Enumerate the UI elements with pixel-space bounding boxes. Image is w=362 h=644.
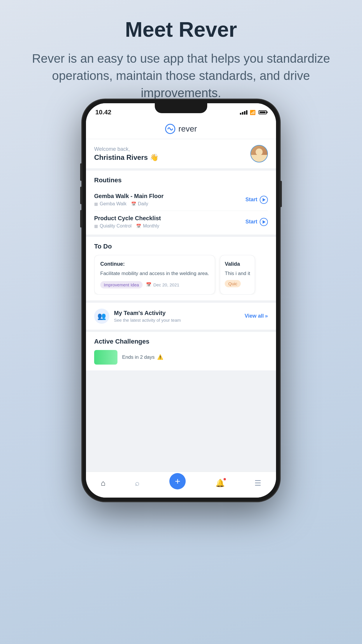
start-circle-2 [260,218,268,226]
rever-logo-text: rever [178,124,197,134]
welcome-greeting: Welcome back, [94,146,159,152]
notification-badge [223,477,226,481]
tag-badge-2: Quic [225,280,241,287]
routine-meta-2: ▦ Quiality Control 📅 Monthly [94,223,161,229]
nav-add[interactable]: + [169,477,186,489]
phone-mockup: 10.42 📶 [82,99,280,502]
challenge-ends-text: Ends in 2 days [122,354,155,360]
bottom-nav: ⌂ ⌕ + 🔔 ☰ [86,472,276,498]
rever-logo-icon [165,124,175,134]
status-icons: 📶 [240,110,267,115]
routine-category-text: Gemba Walk [100,201,126,206]
start-circle-1 [260,196,268,204]
search-icon: ⌕ [135,479,140,488]
category-icon: ▦ [94,202,98,206]
welcome-section: Welcome back, Christina Rivers 👋 [86,139,276,168]
menu-icon: ☰ [254,479,261,488]
routine-frequency-2: 📅 Monthly [136,223,159,229]
play-icon-2 [263,220,266,224]
card-footer-1: Improvement Idea 📅 Dec 20, 2021 [100,281,209,288]
battery-icon [259,110,267,114]
status-time: 10.42 [95,108,111,116]
todo-section: To Do Continue: Facilitate mobility and … [86,237,276,300]
welcome-name: Christina Rivers 👋 [94,153,159,162]
home-icon: ⌂ [101,479,106,488]
routines-section: Routines Gemba Walk - Main Floor ▦ Gemba… [86,171,276,235]
team-icon: 👥 [97,312,106,320]
start-button-1[interactable]: Start [245,196,268,204]
signal-icon [240,110,247,115]
routine-item-2[interactable]: Product Cycle Checklist ▦ Quiality Contr… [94,211,268,229]
app-header: rever [86,119,276,139]
challenges-section: Active Challenges Ends in 2 days ⚠️ [86,332,276,370]
card-content-2: This i and it [225,270,250,277]
routine-info-2: Product Cycle Checklist ▦ Quiality Contr… [94,215,161,229]
page-subtitle: Rever is an easy to use app that helps y… [23,50,339,102]
nav-home[interactable]: ⌂ [101,479,106,488]
chevron-right-icon: » [265,313,268,319]
team-info: My Team's Activity See the latest activi… [114,310,181,323]
routine-category-text-2: Quiality Control [100,223,131,229]
rever-logo: rever [165,124,197,134]
nav-search[interactable]: ⌕ [135,479,140,488]
avatar-image [251,146,267,162]
start-label-1: Start [245,197,257,203]
frequency-icon: 📅 [131,202,136,206]
warning-icon: ⚠️ [157,354,163,360]
challenge-image [94,350,117,365]
wifi-icon: 📶 [250,110,256,115]
nav-menu[interactable]: ☰ [254,479,261,488]
calendar-icon: 📅 [146,282,152,287]
routine-frequency: 📅 Daily [131,201,148,206]
team-subtitle: See the latest activity of your team [114,318,181,323]
challenge-item[interactable]: Ends in 2 days ⚠️ [94,350,268,365]
start-button-2[interactable]: Start [245,218,268,226]
frequency-icon-2: 📅 [136,224,141,228]
card-label-2: Valida [225,261,250,267]
start-label-2: Start [245,219,257,225]
add-button[interactable]: + [169,473,186,489]
todo-header: To Do [94,243,276,250]
todo-cards: Continue: Facilitate mobility and access… [94,255,276,295]
routine-info: Gemba Walk - Main Floor ▦ Gemba Walk 📅 D… [94,193,164,206]
team-activity-section: 👥 My Team's Activity See the latest acti… [86,303,276,330]
routine-name: Gemba Walk - Main Floor [94,193,164,200]
card-label-1: Continue: [100,261,209,267]
routine-name-2: Product Cycle Checklist [94,215,161,222]
play-icon-1 [263,198,266,202]
routine-category-2: ▦ Quiality Control [94,223,131,229]
nav-notifications[interactable]: 🔔 [215,479,225,488]
tag-badge-1: Improvement Idea [100,281,143,288]
team-icon-wrap: 👥 [94,309,109,324]
routine-meta: ▦ Gemba Walk 📅 Daily [94,201,164,206]
notch [155,103,207,113]
plus-icon: + [175,477,180,486]
routines-title: Routines [94,176,268,184]
phone-screen: 10.42 📶 [86,103,276,498]
team-left: 👥 My Team's Activity See the latest acti… [94,309,181,324]
welcome-text: Welcome back, Christina Rivers 👋 [94,146,159,162]
routine-frequency-text-2: Monthly [143,223,159,229]
team-title: My Team's Activity [114,310,181,316]
date-text: Dec 20, 2021 [153,282,179,287]
routine-item[interactable]: Gemba Walk - Main Floor ▦ Gemba Walk 📅 D… [94,189,268,211]
card-content-1: Facilitate mobility and access in the we… [100,270,209,277]
category-icon-2: ▦ [94,224,98,228]
view-all-label: View all [245,313,264,319]
todo-card-1[interactable]: Continue: Facilitate mobility and access… [94,255,215,295]
challenge-info: Ends in 2 days ⚠️ [122,354,268,360]
avatar[interactable] [250,145,268,162]
challenges-title: Active Challenges [94,338,268,345]
todo-title: To Do [94,243,268,250]
page-title: Meet Rever [23,18,339,41]
routine-frequency-text: Daily [138,201,148,206]
routine-category: ▦ Gemba Walk [94,201,126,206]
todo-card-2[interactable]: Valida This i and it Quic [220,255,255,295]
card-date: 📅 Dec 20, 2021 [146,282,179,287]
challenge-ends: Ends in 2 days ⚠️ [122,354,268,360]
bell-wrapper: 🔔 [215,479,225,488]
phone-outer: 10.42 📶 [82,99,280,502]
view-all-button[interactable]: View all » [245,313,268,319]
